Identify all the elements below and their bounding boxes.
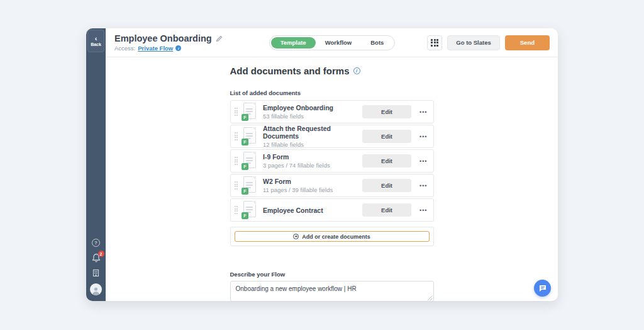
document-row: F Employee Contract Edit ••• — [230, 198, 434, 222]
app-window: ‹ Back ? 2 — [86, 28, 558, 301]
tab-workflow[interactable]: Workflow — [316, 37, 362, 48]
edit-button[interactable]: Edit — [362, 105, 411, 118]
document-name: Employee Contract — [263, 207, 362, 214]
organization-button[interactable] — [92, 269, 100, 277]
document-row: F Employee Onboarding 53 fillable fields… — [230, 100, 434, 123]
more-options-icon[interactable]: ••• — [419, 134, 427, 140]
document-meta: 12 fillable fields — [263, 141, 362, 148]
document-row: F I-9 Form 3 pages / 74 fillable fields … — [230, 149, 434, 173]
document-icon: F — [242, 103, 257, 121]
drag-handle[interactable] — [233, 180, 240, 191]
documents-list-label: List of added documents — [230, 89, 434, 96]
top-header: Employee Onboarding Access: Private Flow… — [106, 28, 558, 57]
document-icon: F — [242, 152, 257, 170]
document-icon: F — [242, 127, 257, 145]
section-heading: Add documents and forms — [230, 65, 350, 76]
drag-handle[interactable] — [233, 131, 240, 142]
drag-handle[interactable] — [233, 106, 240, 117]
help-button[interactable]: ? — [92, 239, 100, 247]
back-button-label: Back — [91, 42, 101, 47]
access-info-icon[interactable]: i — [175, 45, 181, 51]
plus-circle-icon: + — [293, 234, 299, 239]
describe-flow-field: Onboarding a new employee workflow | HR — [230, 281, 434, 302]
access-row: Access: Private Flow i — [114, 45, 269, 52]
header-actions: Go to Slates Send — [395, 35, 550, 50]
apps-grid-button[interactable] — [427, 35, 442, 50]
send-button[interactable]: Send — [505, 35, 550, 50]
add-or-create-documents-button[interactable]: + Add or create documents — [235, 231, 430, 242]
user-avatar[interactable] — [90, 283, 102, 295]
document-name: W2 Form — [263, 178, 362, 185]
chat-bubble-icon — [538, 284, 547, 293]
help-icon: ? — [92, 239, 100, 247]
heading-info-icon[interactable]: i — [353, 67, 360, 74]
document-text: I-9 Form 3 pages / 74 fillable fields — [263, 153, 362, 169]
document-meta: 3 pages / 74 fillable fields — [263, 162, 362, 169]
tab-bots[interactable]: Bots — [361, 37, 393, 48]
describe-flow-label: Describe your Flow — [230, 271, 434, 278]
grid-icon — [431, 39, 438, 47]
more-options-icon[interactable]: ••• — [419, 207, 427, 213]
edit-button[interactable]: Edit — [362, 154, 411, 168]
fillable-badge-icon: F — [242, 114, 248, 121]
document-name: Attach the Requested Documents — [263, 125, 362, 140]
main-panel: Employee Onboarding Access: Private Flow… — [106, 28, 558, 301]
document-name: I-9 Form — [263, 153, 362, 161]
document-icon: F — [242, 201, 257, 219]
drag-handle[interactable] — [233, 205, 240, 215]
more-options-icon[interactable]: ••• — [419, 183, 427, 189]
access-label: Access: — [114, 45, 135, 52]
add-button-label: Add or create documents — [302, 234, 370, 240]
fillable-badge-icon: F — [242, 163, 248, 170]
title-block: Employee Onboarding Access: Private Flow… — [114, 33, 269, 52]
document-meta: 53 fillable fields — [263, 113, 362, 120]
notifications-button[interactable]: 2 — [92, 253, 101, 263]
drag-handle[interactable] — [233, 156, 240, 166]
document-text: Employee Contract — [263, 207, 362, 214]
fillable-badge-icon: F — [242, 139, 248, 145]
edit-title-icon[interactable] — [216, 35, 223, 42]
fillable-badge-icon: F — [242, 212, 248, 219]
edit-button[interactable]: Edit — [362, 203, 411, 217]
left-sidebar: ‹ Back ? 2 — [86, 28, 106, 301]
document-text: Employee Onboarding 53 fillable fields — [263, 104, 362, 120]
mode-toggle: Template Workflow Bots — [269, 35, 396, 50]
document-icon: F — [242, 176, 257, 195]
go-to-slates-button[interactable]: Go to Slates — [447, 35, 499, 50]
fillable-badge-icon: F — [242, 188, 248, 195]
more-options-icon[interactable]: ••• — [419, 109, 427, 115]
section-heading-row: Add documents and forms i — [230, 65, 434, 76]
chat-button[interactable] — [534, 280, 551, 297]
document-text: Attach the Requested Documents 12 fillab… — [263, 125, 362, 148]
more-options-icon[interactable]: ••• — [419, 158, 427, 164]
back-button[interactable]: ‹ Back — [87, 30, 104, 52]
describe-flow-textarea[interactable]: Onboarding a new employee workflow | HR — [230, 281, 434, 302]
person-icon — [91, 286, 101, 295]
documents-list: F Employee Onboarding 53 fillable fields… — [230, 100, 434, 222]
edit-button[interactable]: Edit — [362, 179, 411, 192]
document-row: F Attach the Requested Documents 12 fill… — [230, 125, 434, 148]
content-area: Add documents and forms i List of added … — [106, 57, 558, 302]
page-title: Employee Onboarding — [114, 33, 212, 43]
document-meta: 11 pages / 39 fillable fields — [263, 186, 362, 193]
add-documents-card: + Add or create documents — [230, 227, 434, 246]
notification-badge: 2 — [98, 251, 104, 257]
document-name: Employee Onboarding — [263, 104, 362, 111]
access-link[interactable]: Private Flow — [138, 45, 173, 52]
document-row: F W2 Form 11 pages / 39 fillable fields … — [230, 174, 434, 197]
sidebar-icon-stack: ? 2 — [86, 239, 106, 295]
building-icon — [92, 269, 100, 277]
tab-template[interactable]: Template — [271, 37, 316, 48]
chevron-left-icon: ‹ — [95, 35, 97, 42]
edit-button[interactable]: Edit — [362, 130, 411, 143]
document-text: W2 Form 11 pages / 39 fillable fields — [263, 178, 362, 193]
